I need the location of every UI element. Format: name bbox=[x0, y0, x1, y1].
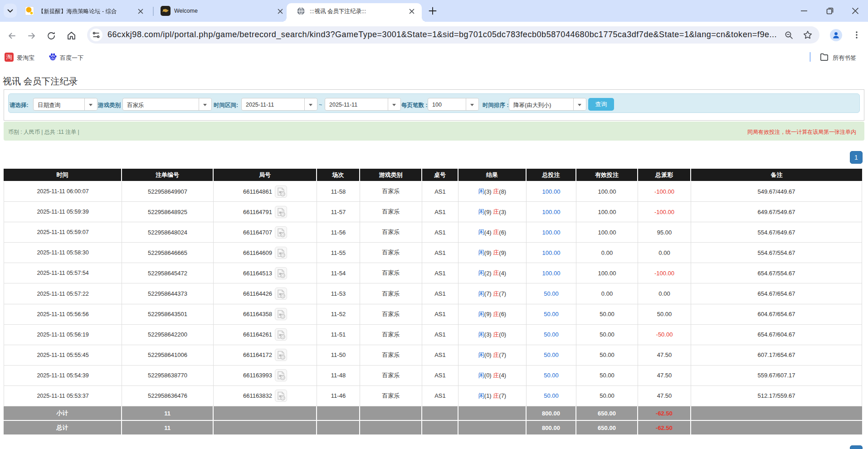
svg-text:du: du bbox=[51, 57, 55, 60]
